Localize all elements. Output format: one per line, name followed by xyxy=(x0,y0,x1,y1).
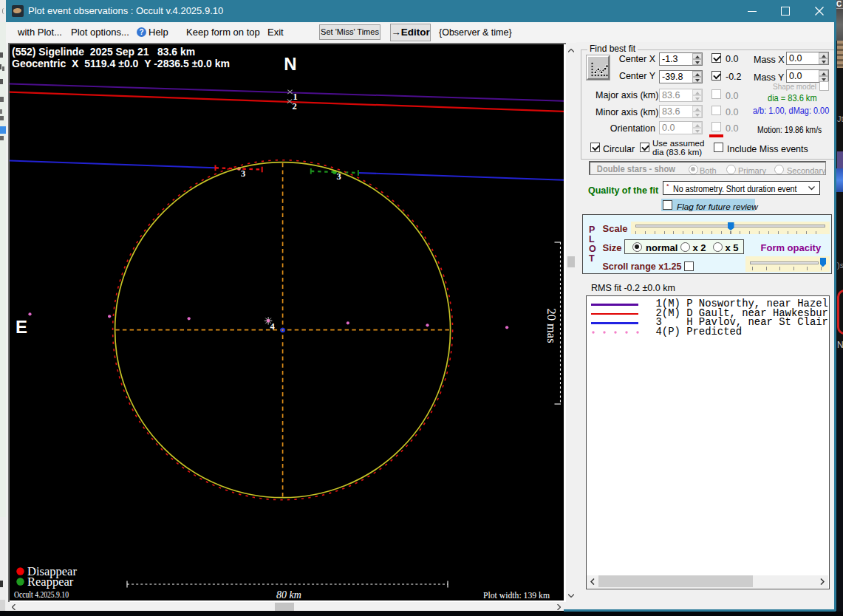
svg-text:80 km: 80 km xyxy=(276,589,301,600)
svg-text:3: 3 xyxy=(337,171,341,182)
svg-text:Plot width: 139 km: Plot width: 139 km xyxy=(483,589,550,600)
svg-text:3: 3 xyxy=(241,168,245,179)
svg-text:20 mas: 20 mas xyxy=(545,308,559,343)
svg-text:4: 4 xyxy=(270,321,276,332)
svg-text:Reappear: Reappear xyxy=(27,575,74,589)
svg-text:(552) Sigelinde 2025 Sep 21: (552) Sigelinde 2025 Sep 21 83.6 km xyxy=(12,46,195,58)
svg-text:Geocentric X 5119.4 ±0.0 Y: Geocentric X 5119.4 ±0.0 Y -2836.5 ±0.0 … xyxy=(12,58,230,69)
svg-text:2: 2 xyxy=(293,101,297,112)
svg-text:N: N xyxy=(284,54,296,74)
svg-text:Occult 4.2025.9.10: Occult 4.2025.9.10 xyxy=(14,589,69,600)
svg-text:E: E xyxy=(16,317,27,337)
